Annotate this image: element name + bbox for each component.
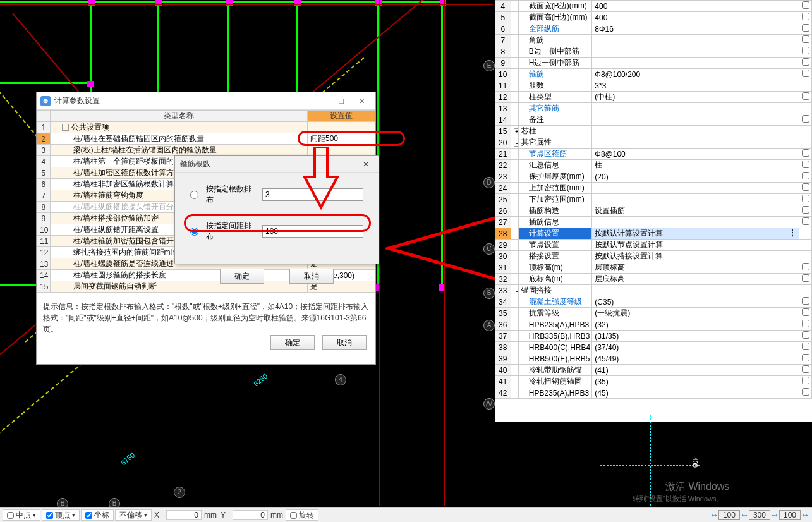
property-lock-checkbox[interactable] bbox=[802, 47, 809, 54]
property-row[interactable]: 28计算设置按默认计算设置计算⋮ bbox=[495, 228, 812, 240]
property-row[interactable]: 23保护层厚度(mm)(20) bbox=[495, 171, 812, 183]
sb-x-value[interactable]: 0 bbox=[166, 510, 202, 520]
grid-node: 4 bbox=[335, 374, 346, 385]
property-lock-checkbox[interactable] bbox=[802, 377, 809, 384]
sb-coord[interactable]: 坐标 bbox=[81, 509, 114, 521]
property-row[interactable]: 8B边一侧中部筋 bbox=[495, 46, 812, 58]
property-row[interactable]: 22汇总信息柱 bbox=[495, 160, 812, 171]
col-header-value: 设置值 bbox=[307, 111, 375, 122]
property-row[interactable]: 31顶标高(m)层顶标高 bbox=[495, 262, 812, 274]
property-lock-checkbox[interactable] bbox=[802, 320, 809, 327]
three-dots-button[interactable]: ⋮ bbox=[789, 228, 796, 237]
property-row[interactable]: 35抗震等级(一级抗震) bbox=[495, 308, 812, 319]
property-lock-checkbox[interactable] bbox=[802, 195, 809, 202]
subdialog-close-button[interactable]: ✕ bbox=[358, 160, 373, 169]
preview-outline bbox=[615, 430, 684, 499]
property-lock-checkbox[interactable] bbox=[802, 92, 809, 100]
property-lock-checkbox[interactable] bbox=[802, 13, 809, 20]
sb-midpoint[interactable]: 中点▾ bbox=[3, 509, 40, 521]
property-row[interactable]: 5截面高(H边)(mm)400 bbox=[495, 12, 812, 23]
property-row[interactable]: 13其它箍筋 bbox=[495, 103, 812, 114]
property-lock-checkbox[interactable] bbox=[802, 331, 809, 339]
property-row[interactable]: 4截面宽(B边)(mm)400 bbox=[495, 1, 812, 12]
property-row[interactable]: 10箍筋Φ8@100/200 bbox=[495, 69, 812, 80]
cancel-button[interactable]: 取消 bbox=[322, 335, 367, 350]
radio-by-count[interactable] bbox=[190, 191, 198, 199]
sub-cancel-button[interactable]: 取消 bbox=[289, 269, 334, 284]
count-input[interactable] bbox=[262, 188, 363, 201]
property-row[interactable]: 39HRB500(E),HRB5(45/49) bbox=[495, 353, 812, 365]
property-lock-checkbox[interactable] bbox=[802, 365, 809, 373]
property-lock-checkbox[interactable] bbox=[802, 70, 809, 77]
property-row[interactable]: 9H边一侧中部筋 bbox=[495, 58, 812, 69]
property-row[interactable]: 42HPB235(A),HPB3(45) bbox=[495, 387, 812, 399]
property-lock-checkbox[interactable] bbox=[802, 24, 809, 32]
property-panel[interactable]: 4截面宽(B边)(mm)4005截面高(H边)(mm)4006全部纵筋8Φ167… bbox=[495, 0, 812, 422]
property-row[interactable]: 6全部纵筋8Φ16 bbox=[495, 23, 812, 35]
property-lock-checkbox[interactable] bbox=[802, 217, 809, 225]
property-lock-checkbox[interactable] bbox=[802, 172, 809, 179]
property-row[interactable]: 32底标高(m)层底标高 bbox=[495, 274, 812, 285]
property-row[interactable]: 38HRB400(C),HRB4(37/40) bbox=[495, 342, 812, 353]
property-row[interactable]: 34混凝土强度等级(C35) bbox=[495, 296, 812, 308]
property-row[interactable]: 21节点区箍筋Φ8@100 bbox=[495, 149, 812, 160]
sb-rotate[interactable]: 旋转 bbox=[286, 509, 318, 521]
settings-row[interactable]: 3梁(板)上柱/墙柱在插筋锚固区内的箍筋数量 bbox=[37, 145, 375, 156]
settings-row[interactable]: 2柱/墙柱在基础插筋锚固区内的箍筋数量间距500 bbox=[37, 133, 375, 145]
property-lock-checkbox[interactable] bbox=[802, 58, 809, 66]
property-row[interactable]: 33-锚固搭接 bbox=[495, 285, 812, 296]
minimize-button[interactable]: — bbox=[311, 95, 331, 107]
sb-vertex[interactable]: 顶点▾ bbox=[42, 509, 80, 521]
sb-offset[interactable]: 不偏移▾ bbox=[115, 509, 152, 521]
property-row[interactable]: 24上加密范围(mm) bbox=[495, 183, 812, 194]
property-row[interactable]: 27插筋信息 bbox=[495, 217, 812, 228]
property-lock-checkbox[interactable] bbox=[802, 343, 809, 350]
property-row[interactable]: 15+芯柱 bbox=[495, 126, 812, 137]
dialog-titlebar[interactable]: ⊕ 计算参数设置 — ☐ ✕ bbox=[37, 92, 375, 110]
property-lock-checkbox[interactable] bbox=[802, 308, 809, 316]
radio-by-count-label: 按指定根数排布 bbox=[206, 184, 255, 205]
ok-button[interactable]: 确定 bbox=[270, 335, 315, 350]
property-row[interactable]: 14备注 bbox=[495, 114, 812, 126]
property-row[interactable]: 29节点设置按默认节点设置计算 bbox=[495, 240, 812, 251]
grid-node: 2 bbox=[174, 487, 185, 498]
status-bar: 中点▾ 顶点▾ 坐标 不偏移▾ X= 0 mm Y= 0 mm 旋转 ↔ 100… bbox=[0, 507, 812, 522]
property-row[interactable]: 30搭接设置按默认搭接设置计算 bbox=[495, 251, 812, 262]
property-row[interactable]: 7角筋 bbox=[495, 35, 812, 46]
property-lock-checkbox[interactable] bbox=[802, 206, 809, 214]
property-lock-checkbox[interactable] bbox=[802, 297, 809, 305]
dialog-title: 计算参数设置 bbox=[54, 95, 311, 106]
property-row[interactable]: 40冷轧带肋钢筋锚(41) bbox=[495, 365, 812, 376]
dimension-text: 6750 bbox=[119, 451, 136, 467]
maximize-button[interactable]: ☐ bbox=[331, 95, 351, 107]
property-row[interactable]: 25下加密范围(mm) bbox=[495, 194, 812, 205]
property-row[interactable]: 12柱类型(中柱) bbox=[495, 92, 812, 103]
sb-y-value[interactable]: 0 bbox=[233, 510, 268, 520]
stirrup-count-dialog: 箍筋根数 ✕ 按指定根数排布 按指定间距排布 确定 取消 bbox=[174, 155, 379, 264]
property-lock-checkbox[interactable] bbox=[802, 388, 809, 396]
property-table[interactable]: 4截面宽(B边)(mm)4005截面高(H边)(mm)4006全部纵筋8Φ167… bbox=[495, 0, 812, 399]
property-row[interactable]: 26插筋构造设置插筋 bbox=[495, 205, 812, 217]
property-lock-checkbox[interactable] bbox=[802, 1, 809, 9]
radio-by-spacing[interactable] bbox=[190, 228, 198, 236]
property-row[interactable]: 11肢数3*3 bbox=[495, 80, 812, 92]
property-row[interactable]: 20-其它属性 bbox=[495, 137, 812, 149]
subdialog-titlebar[interactable]: 箍筋根数 ✕ bbox=[175, 156, 379, 173]
settings-row[interactable]: 1-公共设置项 bbox=[37, 122, 375, 133]
property-lock-checkbox[interactable] bbox=[802, 354, 809, 361]
property-row[interactable]: 37HRB335(B),HRB3(31/35) bbox=[495, 331, 812, 342]
property-row[interactable]: 36HPB235(A),HPB3(32) bbox=[495, 319, 812, 331]
grid-node: B bbox=[483, 288, 495, 299]
property-lock-checkbox[interactable] bbox=[802, 161, 809, 168]
property-lock-checkbox[interactable] bbox=[802, 183, 809, 191]
property-lock-checkbox[interactable] bbox=[802, 263, 809, 270]
property-lock-checkbox[interactable] bbox=[802, 35, 809, 43]
property-lock-checkbox[interactable] bbox=[802, 274, 809, 282]
property-lock-checkbox[interactable] bbox=[802, 149, 809, 157]
sub-ok-button[interactable]: 确定 bbox=[220, 269, 264, 284]
property-lock-checkbox[interactable] bbox=[802, 115, 809, 123]
property-row[interactable]: 41冷轧扭钢筋锚固(35) bbox=[495, 376, 812, 387]
spacing-input[interactable] bbox=[262, 225, 363, 238]
close-button[interactable]: ✕ bbox=[351, 95, 372, 107]
grid-node: A/ bbox=[483, 398, 495, 410]
